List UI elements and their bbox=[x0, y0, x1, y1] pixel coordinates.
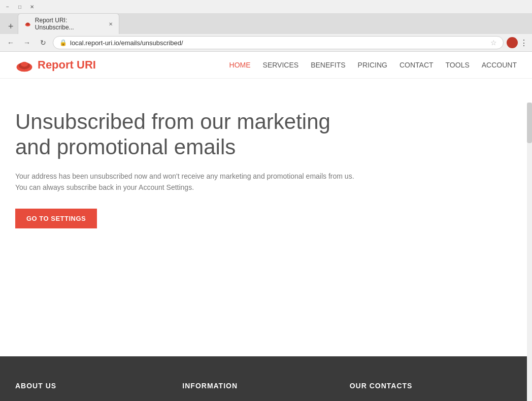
nav-benefits[interactable]: BENEFITS bbox=[311, 61, 345, 69]
lock-icon: 🔒 bbox=[59, 39, 67, 46]
scrollbar-thumb[interactable] bbox=[527, 103, 532, 143]
address-bar-row: ← → ↻ 🔒 local.report-uri.io/emails/unsub… bbox=[0, 34, 532, 51]
page-title: Unsubscribed from our marketing and prom… bbox=[15, 109, 371, 160]
site-footer: ABOUT US Report URI was founded to take … bbox=[0, 356, 532, 401]
nav-account[interactable]: ACCOUNT bbox=[482, 61, 517, 69]
title-bar: − □ ✕ bbox=[0, 0, 532, 13]
tab-favicon bbox=[24, 20, 31, 27]
new-tab-button[interactable]: + bbox=[4, 19, 18, 34]
logo[interactable]: Report URI bbox=[15, 58, 96, 72]
user-avatar bbox=[507, 37, 518, 48]
nav-pricing[interactable]: PRICING bbox=[358, 61, 387, 69]
address-bar-actions: ⋮ bbox=[507, 37, 528, 48]
refresh-button[interactable]: ↻ bbox=[37, 36, 50, 49]
title-bar-left: − □ ✕ bbox=[4, 3, 36, 10]
minimize-button[interactable]: − bbox=[4, 3, 11, 10]
browser-menu-button[interactable]: ⋮ bbox=[520, 38, 528, 48]
tab-title: Report URI: Unsubscribe... bbox=[35, 17, 105, 31]
go-to-settings-button[interactable]: GO TO SETTINGS bbox=[15, 209, 97, 228]
logo-icon bbox=[15, 58, 34, 72]
forward-button[interactable]: → bbox=[20, 36, 34, 49]
scrollbar[interactable] bbox=[527, 103, 532, 401]
hero-body-line2: You can always subscribe back in your Ac… bbox=[15, 183, 194, 191]
hero-body-line1: Your address has been unsubscribed now a… bbox=[15, 172, 354, 180]
bookmark-icon: ☆ bbox=[490, 39, 497, 47]
address-bar[interactable]: 🔒 local.report-uri.io/emails/unsubscribe… bbox=[53, 36, 504, 49]
browser-chrome: − □ ✕ + Report URI: Unsubscribe... ✕ ← →… bbox=[0, 0, 532, 52]
nav-home[interactable]: HOME bbox=[229, 61, 251, 69]
footer-contacts-heading: OUR CONTACTS bbox=[350, 382, 502, 390]
nav-tools[interactable]: TOOLS bbox=[446, 61, 470, 69]
url-text: local.report-uri.io/emails/unsubscribed/ bbox=[70, 39, 487, 47]
hero-body: Your address has been unsubscribed now a… bbox=[15, 171, 517, 193]
maximize-button[interactable]: □ bbox=[16, 3, 23, 10]
site-nav: Report URI HOME SERVICES BENEFITS PRICIN… bbox=[0, 52, 532, 79]
close-button[interactable]: ✕ bbox=[28, 3, 36, 10]
footer-about: ABOUT US Report URI was founded to take … bbox=[15, 382, 182, 401]
nav-services[interactable]: SERVICES bbox=[263, 61, 299, 69]
tab-bar: + Report URI: Unsubscribe... ✕ bbox=[0, 13, 532, 34]
page-container: Report URI HOME SERVICES BENEFITS PRICIN… bbox=[0, 52, 532, 401]
footer-information: INFORMATION Terms of Service Privacy Pol… bbox=[182, 382, 349, 401]
page-wrapper: Report URI HOME SERVICES BENEFITS PRICIN… bbox=[0, 52, 532, 356]
nav-contact[interactable]: CONTACT bbox=[400, 61, 434, 69]
svg-point-4 bbox=[21, 62, 28, 67]
logo-uri: URI bbox=[77, 58, 96, 71]
footer-about-heading: ABOUT US bbox=[15, 382, 167, 390]
active-tab[interactable]: Report URI: Unsubscribe... ✕ bbox=[18, 13, 119, 34]
logo-text: Report URI bbox=[38, 58, 96, 72]
logo-report: Report bbox=[38, 58, 74, 71]
nav-links: HOME SERVICES BENEFITS PRICING CONTACT T… bbox=[229, 60, 517, 70]
tab-close-button[interactable]: ✕ bbox=[109, 21, 113, 27]
svg-point-1 bbox=[26, 22, 29, 25]
back-button[interactable]: ← bbox=[4, 36, 17, 49]
hero-section: Unsubscribed from our marketing and prom… bbox=[0, 79, 532, 269]
footer-info-heading: INFORMATION bbox=[182, 382, 334, 390]
footer-contacts: OUR CONTACTS Email: info@report-uri.com … bbox=[350, 382, 517, 401]
